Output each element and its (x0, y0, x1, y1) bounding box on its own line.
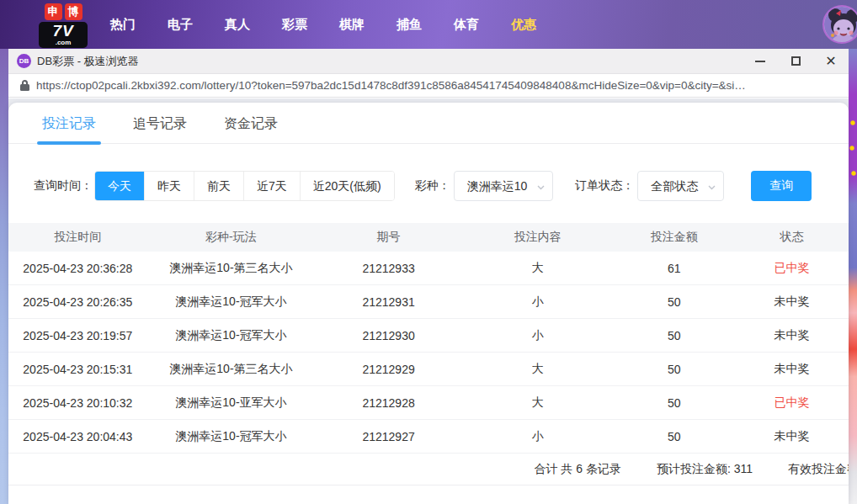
issue-cell: 21212929 (315, 363, 462, 376)
nav-item-1[interactable]: 热门 (94, 17, 152, 33)
logo-badge-2: 博 (65, 3, 83, 20)
lottery-filter-label: 彩种： (415, 178, 450, 194)
status-filter-label: 订单状态： (575, 178, 634, 194)
bet-time-cell: 2025-04-23 20:19:57 (8, 329, 147, 342)
table-header-row: 投注时间彩种-玩法期号投注内容投注金额状态 (8, 223, 849, 252)
nav-item-7[interactable]: 体育 (438, 17, 495, 33)
amount-cell: 61 (614, 262, 736, 275)
screen: 申 博 7V .com 热门电子真人彩票棋牌捕鱼体育优惠 (0, 0, 857, 504)
window-title: DB彩票 - 极速浏览器 (37, 54, 139, 69)
summary-row: 合计 共 6 条记录 预计投注金额: 311 有效投注金额 (8, 454, 849, 485)
summary-expected-amount: 预计投注金额: 311 (657, 462, 753, 477)
table-row[interactable]: 2025-04-23 20:15:31澳洲幸运10-第三名大小21212929大… (8, 353, 849, 386)
nav-item-5[interactable]: 棋牌 (323, 17, 381, 33)
query-button[interactable]: 查询 (751, 171, 812, 201)
summary-total: 合计 共 6 条记录 (534, 462, 620, 477)
issue-cell: 21212930 (315, 329, 462, 342)
nav-item-2[interactable]: 电子 (152, 17, 209, 33)
browser-favicon: DB (17, 54, 31, 68)
status-cell: 未中奖 (735, 328, 849, 343)
user-avatar[interactable] (822, 5, 857, 44)
minimize-button[interactable] (743, 49, 778, 74)
table-row[interactable]: 2025-04-23 20:04:43澳洲幸运10-冠军大小21212927小5… (8, 420, 849, 454)
issue-cell: 21212928 (315, 396, 462, 410)
order-status-value: 全部状态 (651, 179, 698, 193)
content-cell: 小 (462, 328, 614, 343)
time-filter-group: 今天昨天前天近7天近20天(低频) (94, 171, 395, 201)
play-cell: 澳洲幸运10-冠军大小 (147, 294, 316, 310)
main-nav: 热门电子真人彩票棋牌捕鱼体育优惠 (94, 0, 552, 49)
tab-2[interactable]: 追号记录 (133, 115, 187, 143)
issue-cell: 21212931 (315, 295, 462, 309)
status-cell: 已中奖 (735, 395, 849, 411)
time-option-1[interactable]: 今天 (95, 172, 144, 200)
bet-time-cell: 2025-04-23 20:26:35 (8, 295, 147, 309)
site-logo[interactable]: 申 博 7V .com (39, 3, 88, 48)
amount-cell: 50 (614, 329, 736, 342)
tab-3[interactable]: 资金记录 (224, 115, 278, 143)
amount-cell: 50 (614, 396, 736, 410)
column-header-5: 投注金额 (614, 230, 736, 245)
time-option-5[interactable]: 近20天(低频) (300, 172, 394, 200)
address-bar[interactable]: https://ctop02pcali.2kbxi392.com/lottery… (8, 74, 849, 98)
amount-cell: 50 (614, 363, 736, 376)
lottery-select-value: 澳洲幸运10 (467, 179, 528, 193)
window-controls: ✕ (743, 49, 849, 74)
close-button[interactable]: ✕ (813, 49, 849, 74)
nav-item-6[interactable]: 捕鱼 (381, 17, 438, 33)
content-cell: 大 (462, 261, 614, 276)
order-status-select[interactable]: 全部状态 (637, 171, 724, 201)
bet-time-cell: 2025-04-23 20:10:32 (8, 396, 147, 410)
nav-item-8[interactable]: 优惠 (495, 17, 552, 33)
content-cell: 大 (462, 395, 614, 411)
table-row[interactable]: 2025-04-23 20:10:32澳洲幸运10-亚军大小21212928大5… (8, 386, 849, 420)
column-header-2: 彩种-玩法 (147, 230, 316, 245)
column-header-4: 投注内容 (462, 230, 614, 245)
close-icon: ✕ (825, 55, 836, 68)
play-cell: 澳洲幸运10-第三名大小 (147, 362, 316, 377)
bet-time-cell: 2025-04-23 20:15:31 (8, 363, 147, 376)
issue-cell: 21212927 (315, 430, 462, 443)
chevron-down-icon (708, 183, 716, 191)
record-tabs: 投注记录追号记录资金记录 (8, 103, 849, 144)
content-cell: 大 (462, 362, 614, 377)
lottery-select[interactable]: 澳洲幸运10 (454, 171, 554, 201)
play-cell: 澳洲幸运10-亚军大小 (147, 395, 316, 411)
play-cell: 澳洲幸运10-冠军大小 (147, 429, 316, 444)
column-header-3: 期号 (315, 230, 462, 245)
avatar-illustration (824, 7, 857, 44)
records-card: 投注记录追号记录资金记录 查询时间： 今天昨天前天近7天近20天(低频) 彩种：… (8, 103, 849, 504)
nav-item-4[interactable]: 彩票 (266, 17, 323, 33)
issue-cell: 21212933 (315, 262, 462, 275)
column-header-6: 状态 (735, 230, 849, 245)
time-option-3[interactable]: 前天 (194, 172, 243, 200)
bet-time-cell: 2025-04-23 20:04:43 (8, 430, 147, 443)
site-header: 申 博 7V .com 热门电子真人彩票棋牌捕鱼体育优惠 (0, 0, 857, 49)
table-row[interactable]: 2025-04-23 20:26:35澳洲幸运10-冠军大小21212931小5… (8, 285, 849, 319)
nav-item-3[interactable]: 真人 (209, 17, 266, 33)
minimize-icon (755, 61, 765, 62)
maximize-icon (791, 56, 801, 66)
table-row[interactable]: 2025-04-23 20:36:28澳洲幸运10-第三名大小21212933大… (8, 252, 849, 285)
logo-badge-1: 申 (45, 3, 62, 20)
page-left-edge (0, 49, 8, 504)
amount-cell: 50 (614, 430, 736, 443)
table-row[interactable]: 2025-04-23 20:19:57澳洲幸运10-冠军大小21212930小5… (8, 319, 849, 353)
time-option-4[interactable]: 近7天 (243, 172, 300, 200)
browser-titlebar: DB DB彩票 - 极速浏览器 ✕ (8, 49, 849, 74)
chevron-down-icon (537, 183, 545, 191)
logo-badges: 申 博 (39, 3, 88, 20)
maximize-button[interactable] (778, 49, 813, 74)
status-cell: 未中奖 (735, 429, 849, 444)
status-cell: 未中奖 (735, 294, 849, 310)
time-option-2[interactable]: 昨天 (144, 172, 194, 200)
summary-valid-amount: 有效投注金额 (788, 462, 849, 477)
tab-1[interactable]: 投注记录 (42, 115, 96, 143)
browser-window: DB DB彩票 - 极速浏览器 ✕ https://ctop02pcali.2k… (8, 49, 849, 504)
content-cell: 小 (462, 294, 614, 310)
bets-table: 投注时间彩种-玩法期号投注内容投注金额状态 2025-04-23 20:36:2… (8, 223, 849, 485)
url-text[interactable]: https://ctop02pcali.2kbxi392.com/lottery… (36, 79, 746, 92)
table-body: 2025-04-23 20:36:28澳洲幸运10-第三名大小21212933大… (8, 252, 849, 454)
content-cell: 小 (462, 429, 614, 444)
lock-icon (20, 80, 29, 91)
